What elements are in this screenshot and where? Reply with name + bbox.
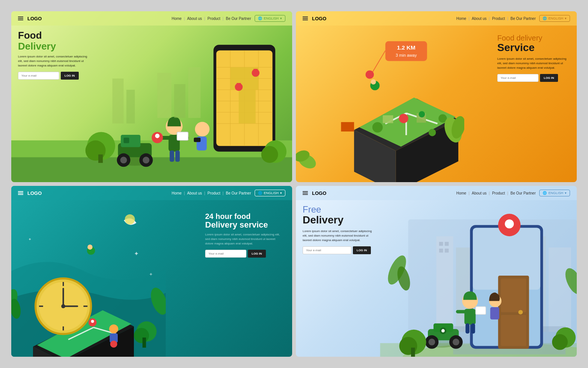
hamburger-icon-2[interactable]	[303, 17, 308, 20]
logo-4: LOGO	[303, 190, 326, 196]
headline-line1-2: Food delivery	[497, 34, 570, 42]
navbar-4: LOGO Home | About us | Product | Be Our …	[296, 186, 577, 200]
svg-point-103	[109, 324, 118, 333]
nav-links-2: Home | About us | Product | Be Our Partn…	[456, 15, 570, 22]
svg-rect-157	[490, 307, 499, 320]
svg-point-148	[441, 329, 445, 332]
svg-rect-120	[439, 242, 443, 246]
svg-rect-123	[445, 249, 448, 252]
svg-point-96	[61, 304, 65, 308]
nav-home-2[interactable]: Home	[456, 17, 466, 21]
svg-rect-33	[170, 151, 174, 162]
chevron-icon-3: ▾	[280, 191, 282, 195]
globe-icon-2: 🌐	[543, 17, 547, 20]
svg-line-70	[372, 51, 386, 72]
language-button-3[interactable]: 🌐 ENGLISH ▾	[255, 190, 285, 196]
svg-point-97	[125, 214, 135, 225]
svg-text:✦: ✦	[28, 237, 32, 241]
sep-3a: |	[184, 191, 185, 195]
chevron-icon-2: ▾	[565, 17, 567, 20]
svg-rect-46	[157, 73, 171, 118]
headline-3: 24 hour food Delivery service	[205, 212, 285, 229]
svg-point-40	[155, 134, 159, 138]
card-content-4: Free Delivery Lorem ipsum dolor sit amet…	[296, 200, 577, 357]
login-form-1: LOG IN	[18, 72, 91, 80]
nav-home-1[interactable]: Home	[172, 17, 182, 21]
nav-about-4[interactable]: About us	[472, 191, 486, 195]
nav-partner-1[interactable]: Be Our Partner	[226, 17, 251, 21]
lorem-1: Lorem ipsum dolor sit amet, consectetuer…	[18, 54, 91, 68]
nav-home-4[interactable]: Home	[456, 191, 466, 195]
login-button-2[interactable]: LOG IN	[540, 74, 558, 82]
navbar-3: LOGO Home | About us | Product | Be Our …	[11, 186, 292, 200]
language-button-4[interactable]: 🌐 ENGLISH ▾	[539, 190, 570, 196]
svg-rect-48	[188, 67, 201, 118]
email-input-1[interactable]	[18, 72, 59, 80]
svg-rect-150	[464, 309, 476, 324]
svg-point-65	[419, 111, 425, 118]
svg-rect-47	[174, 84, 185, 118]
headline-line2-1: Delivery	[18, 41, 91, 52]
svg-rect-160	[411, 348, 415, 357]
nav-about-3[interactable]: About us	[187, 191, 202, 195]
svg-rect-37	[194, 137, 201, 142]
sep-2a: |	[468, 17, 470, 21]
hamburger-icon-3[interactable]	[18, 191, 23, 195]
svg-text:3 min away: 3 min away	[396, 53, 417, 57]
card-24hour-delivery: LOGO Home | About us | Product | Be Our …	[11, 186, 292, 357]
nav-partner-2[interactable]: Be Our Partner	[510, 17, 536, 21]
hamburger-icon-4[interactable]	[303, 191, 308, 195]
svg-rect-32	[177, 132, 188, 140]
hamburger-icon-1[interactable]	[18, 17, 23, 20]
login-button-3[interactable]: LOG IN	[248, 250, 266, 258]
login-button-4[interactable]: LOG IN	[353, 246, 371, 254]
nav-product-1[interactable]: Product	[207, 17, 220, 21]
logo-text-1: LOGO	[27, 16, 42, 21]
language-button-1[interactable]: 🌐 ENGLISH ▾	[255, 15, 285, 22]
svg-rect-135	[501, 315, 526, 346]
headline-line1-3: 24 hour food	[205, 212, 285, 220]
login-button-1[interactable]: LOG IN	[61, 72, 79, 80]
nav-product-2[interactable]: Product	[492, 17, 505, 21]
svg-rect-119	[549, 247, 571, 332]
nav-home-3[interactable]: Home	[172, 191, 182, 195]
globe-icon-1: 🌐	[258, 17, 262, 20]
nav-about-2[interactable]: About us	[472, 17, 486, 21]
email-input-3[interactable]	[205, 250, 246, 258]
email-input-4[interactable]	[303, 246, 351, 254]
sep-1b: |	[204, 17, 206, 21]
svg-point-87	[91, 320, 94, 323]
svg-rect-122	[439, 249, 443, 252]
svg-rect-102	[142, 338, 146, 348]
headline-line1-4: Free	[303, 205, 375, 214]
svg-rect-134	[501, 279, 526, 312]
logo-text-3: LOGO	[27, 190, 42, 196]
logo-3: LOGO	[18, 190, 42, 196]
language-button-2[interactable]: 🌐 ENGLISH ▾	[539, 15, 570, 22]
text-section-4: Free Delivery Lorem ipsum dolor sit amet…	[296, 200, 382, 357]
svg-point-146	[453, 339, 459, 345]
card-content-1: Food Delivery Lorem ipsum dolor sit amet…	[11, 26, 292, 182]
email-input-2[interactable]	[497, 74, 538, 82]
nav-product-4[interactable]: Product	[492, 191, 505, 195]
chevron-icon-4: ▾	[565, 191, 567, 195]
lang-label-2: ENGLISH	[548, 17, 563, 20]
svg-rect-66	[341, 122, 354, 131]
svg-rect-121	[445, 242, 448, 246]
lang-label-4: ENGLISH	[548, 191, 563, 195]
svg-rect-153	[476, 306, 486, 314]
illustration-3: ✦ ✦ ✦	[11, 200, 166, 357]
sep-4b: |	[489, 191, 490, 195]
headline-line1-1: Food	[18, 30, 91, 41]
svg-rect-27	[124, 137, 129, 143]
nav-about-1[interactable]: About us	[187, 17, 202, 21]
svg-rect-49	[112, 78, 124, 124]
svg-rect-50	[126, 90, 135, 124]
nav-partner-3[interactable]: Be Our Partner	[226, 191, 251, 195]
svg-point-136	[518, 310, 523, 314]
nav-product-3[interactable]: Product	[207, 191, 220, 195]
headline-line2-2: Service	[497, 42, 570, 54]
svg-point-99	[87, 244, 92, 249]
text-section-2: Food delivery Service Lorem ipsum dolor …	[490, 29, 577, 86]
nav-partner-4[interactable]: Be Our Partner	[510, 191, 536, 195]
